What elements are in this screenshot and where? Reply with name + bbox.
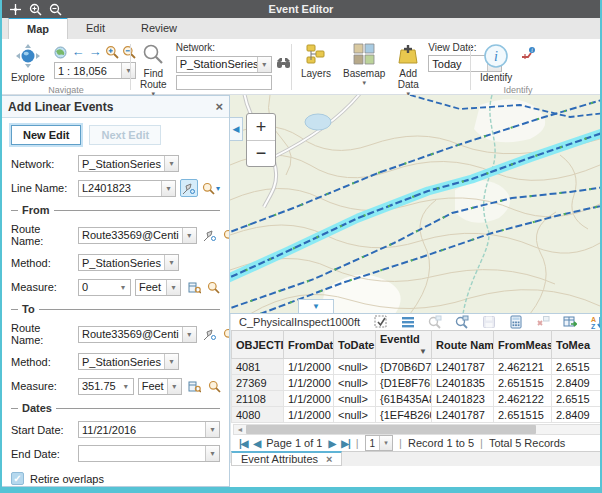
field-calculator-icon[interactable] xyxy=(508,314,524,330)
from-method-combobox[interactable]: P_StationSeries ▾ xyxy=(78,254,179,271)
from-unit-combobox[interactable]: Feet ▾ xyxy=(135,279,181,296)
find-route-button[interactable]: FindRoute ▾ xyxy=(137,42,170,99)
first-page-button[interactable]: |◀ xyxy=(239,438,248,449)
zoom-in-tool-icon[interactable] xyxy=(105,45,119,59)
explore-button[interactable]: Explore xyxy=(8,42,48,84)
col-tomeasure[interactable]: ToMea xyxy=(552,331,602,359)
to-measure-dropdown-icon[interactable]: ▾ xyxy=(119,379,133,394)
scrollbar-thumb[interactable] xyxy=(246,425,536,434)
table-horizontal-scrollbar[interactable]: ◄ xyxy=(233,424,602,435)
to-unit-dropdown-icon[interactable]: ▾ xyxy=(167,379,181,394)
scroll-left-icon[interactable]: ◄ xyxy=(234,426,246,433)
to-route-zoom-menu-button[interactable]: ▾ xyxy=(223,328,229,341)
cell[interactable]: 2.6515 xyxy=(552,359,602,375)
tab-map[interactable]: Map xyxy=(8,17,68,39)
add-data-button[interactable]: Add Data ▾ xyxy=(394,42,422,99)
select-records-icon[interactable] xyxy=(373,314,389,330)
line-name-dropdown-icon[interactable]: ▾ xyxy=(161,181,175,196)
cell[interactable]: 1/1/2000 xyxy=(284,359,334,375)
start-date-combobox[interactable]: 11/21/2016 ▾ xyxy=(78,421,220,438)
cell[interactable]: {61B435A8-32 xyxy=(376,391,432,407)
scale-combobox[interactable]: 1 : 18,056 ▾ xyxy=(54,62,136,79)
cell[interactable]: <null> xyxy=(334,375,376,391)
map-canvas[interactable] xyxy=(230,95,600,314)
cell[interactable]: 1/1/2000 xyxy=(284,375,334,391)
to-method-combobox[interactable]: P_StationSeries ▾ xyxy=(78,353,179,370)
cell[interactable]: 1/1/2000 xyxy=(284,407,334,423)
cell[interactable]: <null> xyxy=(334,407,376,423)
start-date-dropdown-icon[interactable]: ▾ xyxy=(205,422,219,437)
select-line-on-map-button[interactable] xyxy=(180,179,198,197)
to-measure-combobox[interactable]: 351.75 ▾ xyxy=(78,378,134,395)
cell[interactable]: <null> xyxy=(334,391,376,407)
sort-records-icon[interactable]: AZ xyxy=(589,314,602,330)
cell[interactable]: L2401787 xyxy=(432,407,494,423)
to-measure-pick-button[interactable] xyxy=(186,377,204,395)
table-row[interactable]: 4081 1/1/2000 <null> {D70B6D72-3 L240178… xyxy=(232,359,602,375)
cell[interactable]: {D1E8F76D-F xyxy=(376,375,432,391)
to-measure-zoom-button[interactable] xyxy=(208,380,221,393)
last-page-button[interactable]: ▶| xyxy=(341,438,350,449)
from-measure-combobox[interactable]: 0 ▾ xyxy=(78,279,131,296)
previous-page-button[interactable]: ◀ xyxy=(254,438,261,449)
to-route-dropdown-icon[interactable]: ▾ xyxy=(182,327,196,342)
new-edit-button[interactable]: New Edit xyxy=(11,125,81,145)
cell[interactable]: 2.651515 xyxy=(494,375,552,391)
to-select-route-on-map-button[interactable] xyxy=(201,325,219,343)
identify-route-icon[interactable]: i xyxy=(521,46,536,64)
col-eventid[interactable]: EventId▼ xyxy=(376,331,432,359)
sort-desc-icon[interactable]: ▼ xyxy=(419,347,427,356)
col-routename[interactable]: Route Name xyxy=(432,331,494,359)
map-view[interactable]: ◀ + − ▼ POWERED BY esri xyxy=(230,95,602,314)
next-edit-button[interactable]: Next Edit xyxy=(89,125,161,145)
col-frommeasure[interactable]: FromMeasure xyxy=(494,331,552,359)
from-measure-dropdown-icon[interactable]: ▾ xyxy=(116,280,130,295)
identify-button[interactable]: i Identify xyxy=(477,42,515,84)
cell[interactable]: L2401835 xyxy=(432,375,494,391)
full-extent-icon[interactable] xyxy=(54,45,68,59)
from-route-zoom-menu-button[interactable]: ▾ xyxy=(223,229,229,242)
save-icon[interactable] xyxy=(481,314,497,330)
cell[interactable]: L2401823 xyxy=(432,391,494,407)
table-row[interactable]: 4080 1/1/2000 <null> {1EF4B260-F0 L24017… xyxy=(232,407,602,423)
cell[interactable]: 2.8409 xyxy=(552,375,602,391)
tab-event-attributes[interactable]: Event Attributes × xyxy=(231,451,342,466)
tab-review[interactable]: Review xyxy=(123,17,195,39)
col-todate[interactable]: ToDate xyxy=(334,331,376,359)
close-tab-icon[interactable]: × xyxy=(326,453,332,465)
page-select-combobox[interactable]: 1 ▾ xyxy=(365,435,394,451)
to-unit-combobox[interactable]: Feet ▾ xyxy=(138,378,182,395)
end-date-combobox[interactable]: ▾ xyxy=(78,445,220,462)
from-select-route-on-map-button[interactable] xyxy=(201,226,219,244)
panel-network-combobox[interactable]: P_StationSeries ▾ xyxy=(78,155,179,172)
cell[interactable]: L2401787 xyxy=(432,359,494,375)
layers-button[interactable]: Layers xyxy=(298,42,334,80)
cell[interactable]: 2.8409 xyxy=(552,407,602,423)
map-zoom-in-button[interactable]: + xyxy=(247,114,275,140)
page-select-dropdown-icon[interactable]: ▾ xyxy=(379,436,392,450)
panel-close-icon[interactable]: × xyxy=(215,99,223,114)
map-zoom-out-button[interactable]: − xyxy=(247,140,275,166)
to-method-dropdown-icon[interactable]: ▾ xyxy=(164,354,178,369)
line-name-combobox[interactable]: L2401823 ▾ xyxy=(78,180,176,197)
binoculars-icon[interactable] xyxy=(276,55,291,73)
basemap-button[interactable]: Basemap ▾ xyxy=(340,42,388,88)
show-selected-records-icon[interactable] xyxy=(400,314,416,330)
panel-network-dropdown-icon[interactable]: ▾ xyxy=(164,156,178,171)
network-combobox[interactable]: P_StationSeries ▾ xyxy=(176,56,272,73)
export-records-icon[interactable] xyxy=(562,314,578,330)
cell[interactable]: 2.462122 xyxy=(494,391,552,407)
from-measure-zoom-button[interactable] xyxy=(207,281,220,294)
delete-selected-icon[interactable] xyxy=(535,314,551,330)
previous-extent-icon[interactable]: ← xyxy=(71,45,85,59)
next-page-button[interactable]: ▶ xyxy=(328,438,335,449)
cell[interactable]: <null> xyxy=(334,359,376,375)
cell[interactable]: 1/1/2000 xyxy=(284,391,334,407)
network-dropdown-icon[interactable]: ▾ xyxy=(257,57,271,72)
tab-edit[interactable]: Edit xyxy=(68,17,123,39)
table-row[interactable]: 27369 1/1/2000 <null> {D1E8F76D-F L24018… xyxy=(232,375,602,391)
from-route-name-combobox[interactable]: Route33569@Centi ▾ xyxy=(78,227,197,244)
cell[interactable]: 21108 xyxy=(232,391,284,407)
from-unit-dropdown-icon[interactable]: ▾ xyxy=(166,280,180,295)
retire-overlaps-checkbox[interactable]: ✓ xyxy=(11,472,24,485)
